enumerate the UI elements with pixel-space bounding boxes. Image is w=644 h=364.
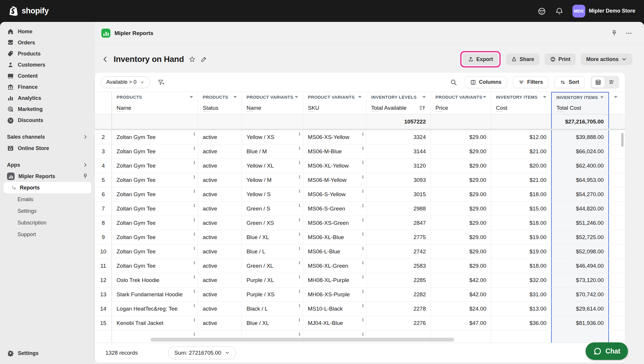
cell-variant-name[interactable]: Purple / XLi	[242, 273, 303, 287]
cell-cost[interactable]: $15.00	[491, 202, 551, 216]
cell-status[interactable]: active	[198, 187, 242, 201]
column-header-price[interactable]: Price	[431, 102, 491, 114]
cell-status[interactable]: active	[198, 230, 242, 244]
info-icon[interactable]: i	[362, 261, 364, 265]
cell-price[interactable]: $29.00	[431, 173, 491, 187]
info-icon[interactable]: i	[362, 132, 364, 136]
cell-product-name[interactable]: Oslo Trek Hoodiei	[112, 273, 198, 287]
cell-price[interactable]: $29.00	[431, 130, 491, 144]
cell-status[interactable]: active	[198, 130, 242, 144]
group-header-inventory-levels[interactable]: INVENTORY LEVELS	[367, 92, 431, 102]
cell-product-name[interactable]: Logan HeatTec&reg; Teei	[112, 302, 198, 316]
sidebar-item-finance[interactable]: Finance	[4, 81, 91, 93]
cell-variant-name[interactable]: Yellow / XSi	[242, 130, 303, 144]
print-button[interactable]: Print	[545, 53, 576, 65]
sidebar-item-online-store[interactable]: Online Store	[4, 143, 91, 154]
sidebar-item-customers[interactable]: Customers	[4, 59, 91, 70]
cell-price[interactable]: $29.00	[431, 245, 491, 259]
cell-cost[interactable]	[491, 330, 551, 343]
table-row[interactable]: 8 Zoltan Gym Teei active Green / XSi MS0…	[95, 216, 625, 230]
table-row[interactable]: 12 Oslo Trek Hoodiei active Purple / XLi…	[95, 273, 625, 288]
cell-sku[interactable]: MS06-XL-Bluei	[303, 230, 367, 244]
column-header-total-cost-selected[interactable]: Total Cost	[551, 102, 609, 114]
cell-sku[interactable]: MS06-XL-Greeni	[303, 259, 367, 273]
info-icon[interactable]: i	[299, 203, 300, 208]
cell-sku[interactable]: MS06-L-Bluei	[303, 245, 367, 259]
cell-price[interactable]: $29.00	[431, 144, 491, 159]
cell-status[interactable]: active	[198, 273, 242, 287]
table-row[interactable]: 2 Zoltan Gym Teei active Yellow / XSi MS…	[95, 130, 625, 144]
cell-sku[interactable]: MS06-S-Greeni	[303, 202, 367, 216]
group-header-inventory-items-selected[interactable]: INVENTORY ITEMS	[551, 92, 609, 102]
info-icon[interactable]: i	[194, 132, 195, 136]
cell-total-available[interactable]: 2276	[367, 316, 431, 330]
cell-cost[interactable]: $32.00	[491, 273, 551, 287]
columns-button[interactable]: Columns	[465, 76, 507, 88]
cell-variant-name[interactable]: Blue / XLi	[242, 230, 303, 244]
cell-variant-name[interactable]: Yellow / Mi	[242, 173, 303, 187]
info-icon[interactable]: i	[194, 189, 195, 193]
sidekick-icon[interactable]	[537, 7, 546, 15]
cell-total-available[interactable]: 2285	[367, 273, 431, 287]
cell-cost[interactable]: $18.00	[491, 259, 551, 273]
info-icon[interactable]: i	[194, 261, 195, 265]
info-icon[interactable]: i	[362, 232, 364, 236]
cell-total-available[interactable]: 2278	[367, 302, 431, 316]
info-icon[interactable]: i	[194, 203, 195, 208]
cell-sku[interactable]: MS06-M-Yellowi	[303, 173, 367, 187]
info-icon[interactable]: i	[362, 189, 364, 193]
group-header-products[interactable]: PRODUCTS	[112, 92, 198, 102]
info-icon[interactable]: i	[362, 246, 364, 250]
cell-product-name[interactable]: Zoltan Gym Teei	[112, 230, 198, 244]
info-icon[interactable]: i	[194, 275, 195, 279]
cell-sku[interactable]: MH08-XL-Purplei	[303, 273, 367, 287]
sidebar-subitem-settings[interactable]: Settings	[4, 205, 91, 217]
cell-product-name[interactable]: Zoltan Gym Teei	[112, 159, 198, 173]
cell-total-cost[interactable]: $54,270.00	[551, 187, 609, 201]
info-icon[interactable]: i	[299, 218, 300, 222]
cell-price[interactable]: $47.00	[431, 316, 491, 330]
cell-price[interactable]: $29.00	[431, 216, 491, 230]
cell-product-name[interactable]: Zoltan Gym Teei	[112, 173, 198, 187]
info-icon[interactable]: i	[362, 304, 364, 308]
info-icon[interactable]: i	[362, 203, 364, 208]
sidebar-item-settings[interactable]: Settings	[4, 348, 91, 359]
cell-sku[interactable]: MS06-S-Yellowi	[303, 187, 367, 201]
info-icon[interactable]: i	[299, 275, 300, 279]
chat-button[interactable]: Chat	[586, 342, 628, 360]
cell-total-cost[interactable]: $64,953.00	[551, 173, 609, 187]
info-icon[interactable]: i	[299, 304, 300, 308]
cell-sku[interactable]: MS06-XS-Greeni	[303, 216, 367, 230]
cell-product-name[interactable]: Zoltan Gym Teei	[112, 245, 198, 259]
cell-price[interactable]: $29.00	[431, 159, 491, 173]
cell-product-name[interactable]: Zoltan Gym Teei	[112, 216, 198, 230]
table-row[interactable]: 4 Zoltan Gym Teei active Yellow / XLi MS…	[95, 159, 625, 173]
column-header-sku[interactable]: SKU	[303, 102, 367, 114]
sidebar-section-sales-channels[interactable]: Sales channels	[4, 131, 91, 143]
cell-variant-name[interactable]: Green / XSi	[242, 216, 303, 230]
info-icon[interactable]: i	[362, 146, 364, 150]
info-icon[interactable]: i	[194, 304, 195, 308]
cell-status[interactable]: active	[198, 288, 242, 302]
group-header-products[interactable]: PRODUCTS	[198, 92, 242, 102]
cell-variant-name[interactable]: Green / Si	[242, 202, 303, 216]
cell-price[interactable]: $42.00	[431, 288, 491, 302]
pin-icon[interactable]	[611, 30, 618, 37]
cell-variant-name[interactable]: Yellow / Si	[242, 187, 303, 201]
sort-descending-icon[interactable]	[419, 105, 426, 112]
cell-variant-name[interactable]: Blue / XLi	[242, 316, 303, 330]
info-icon[interactable]: i	[194, 218, 195, 222]
sort-button[interactable]: Sort	[554, 76, 585, 88]
cell-total-available[interactable]: 2775	[367, 230, 431, 244]
info-icon[interactable]: i	[194, 318, 195, 322]
cell-total-available[interactable]: 2847	[367, 216, 431, 230]
table-row[interactable]: 14 Logan HeatTec&reg; Teei active Black …	[95, 302, 625, 316]
cell-product-name[interactable]: Zoltan Gym Teei	[112, 259, 198, 273]
sidebar-subitem-reports[interactable]: Reports	[4, 182, 91, 194]
cell-cost[interactable]: $18.00	[491, 216, 551, 230]
store-switcher[interactable]: MDS Mipler Demo Store	[572, 5, 635, 18]
cell-variant-name[interactable]: Purple / XSi	[242, 288, 303, 302]
column-header-variant-name[interactable]: Name	[242, 102, 303, 114]
info-icon[interactable]: i	[299, 289, 300, 293]
cell-total-cost[interactable]: $46,494.00	[551, 259, 609, 273]
